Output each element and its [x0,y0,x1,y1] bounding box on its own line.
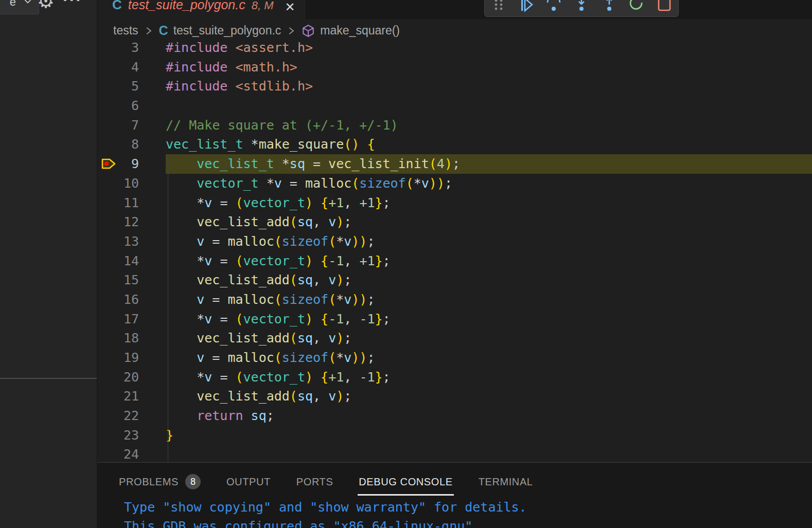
panel-tab-problems[interactable]: PROBLEMS8 [118,464,202,497]
code-text[interactable]: vec_list_add(sq, v); [139,387,351,406]
gear-icon[interactable]: ⚙ [37,0,55,11]
breakpoint-gutter[interactable] [97,329,123,348]
code-line-9[interactable]: 9 vec_list_t *sq = vec_list_init(4); [97,154,812,174]
breakpoint-gutter[interactable] [97,58,123,77]
code-text[interactable]: } [139,426,173,445]
code-text[interactable]: vec_list_add(sq, v); [139,212,351,232]
breakpoint-gutter[interactable] [97,251,123,271]
code-line-8[interactable]: 8vec_list_t *make_square() { [97,135,812,154]
line-number[interactable]: 4 [123,58,139,77]
breakpoint-gutter[interactable] [97,445,123,462]
code-line-22[interactable]: 22 return sq; [97,406,812,426]
code-text[interactable]: return sq; [139,406,274,426]
code-line-12[interactable]: 12 vec_list_add(sq, v); [97,212,812,232]
line-number[interactable]: 23 [123,426,139,445]
code-text[interactable]: #include <stdlib.h> [139,77,313,96]
breakpoint-gutter[interactable] [97,348,123,368]
line-number[interactable]: 20 [123,368,139,387]
breakpoint-gutter[interactable] [97,154,123,174]
close-icon[interactable]: ✕ [285,0,295,14]
code-line-19[interactable]: 19 v = malloc(sizeof(*v)); [97,348,812,368]
line-number[interactable]: 18 [123,329,139,348]
breadcrumb-file[interactable]: test_suite_polygon.c [173,24,281,38]
code-line-5[interactable]: 5#include <stdlib.h> [97,77,812,96]
code-text[interactable]: *v = (vector_t) {-1, -1}; [139,309,391,329]
code-line-17[interactable]: 17 *v = (vector_t) {-1, -1}; [97,309,812,329]
breakpoint-gutter[interactable] [97,309,123,329]
code-text[interactable]: *v = (vector_t) {-1, +1}; [139,251,391,271]
breakpoint-gutter[interactable] [97,232,123,251]
code-text[interactable] [139,96,166,116]
line-number[interactable]: 8 [123,135,139,154]
code-text[interactable]: // Make square at (+/-1, +/-1) [139,116,398,135]
line-number[interactable]: 22 [123,406,139,426]
code-text[interactable]: v = malloc(sizeof(*v)); [139,290,375,309]
breakpoint-gutter[interactable] [97,174,123,193]
code-line-13[interactable]: 13 v = malloc(sizeof(*v)); [97,232,812,251]
panel-tab-debug-console[interactable]: DEBUG CONSOLE [358,466,453,496]
code-line-14[interactable]: 14 *v = (vector_t) {-1, +1}; [97,251,812,271]
breakpoint-gutter[interactable] [97,193,123,213]
code-text[interactable]: *v = (vector_t) {+1, -1}; [139,368,391,387]
code-line-15[interactable]: 15 vec_list_add(sq, v); [97,270,812,290]
code-text[interactable]: *v = (vector_t) {+1, +1}; [139,193,391,213]
line-number[interactable]: 10 [123,174,139,193]
line-number[interactable]: 15 [123,270,139,290]
line-number[interactable]: 14 [123,251,139,271]
breakpoint-gutter[interactable] [97,212,123,232]
code-line-4[interactable]: 4#include <math.h> [97,58,812,77]
breakpoint-gutter[interactable] [97,290,123,309]
panel-tab-terminal[interactable]: TERMINAL [478,466,534,496]
line-number[interactable]: 7 [123,116,139,135]
line-number[interactable]: 11 [123,193,139,213]
line-number[interactable]: 12 [123,212,139,232]
breakpoint-gutter[interactable] [97,135,123,154]
line-number[interactable]: 19 [123,348,139,368]
code-line-18[interactable]: 18 vec_list_add(sq, v); [97,329,812,348]
panel-tab-output[interactable]: OUTPUT [225,466,272,496]
code-text[interactable]: v = malloc(sizeof(*v)); [139,232,375,251]
code-text[interactable]: vector_t *v = malloc(sizeof(*v)); [139,174,452,193]
line-number[interactable]: 9 [123,154,139,174]
code-text[interactable]: v = malloc(sizeof(*v)); [139,348,375,368]
restart-icon[interactable] [629,0,644,13]
breakpoint-gutter[interactable] [97,387,123,406]
tab-test-suite-polygon[interactable]: C test_suite_polygon.c 8, M ✕ [97,0,305,19]
breakpoint-gutter[interactable] [97,270,123,290]
stop-icon[interactable] [657,0,672,13]
line-number[interactable]: 5 [123,77,139,96]
more-actions-icon[interactable]: ··· [63,0,82,8]
code-text[interactable]: vec_list_t *make_square() { [139,135,375,154]
code-line-21[interactable]: 21 vec_list_add(sq, v); [97,387,812,406]
code-line-23[interactable]: 23} [97,426,812,445]
code-text[interactable]: vec_list_add(sq, v); [139,329,351,348]
code-text[interactable]: vec_list_t *sq = vec_list_init(4); [139,154,460,174]
breakpoint-gutter[interactable] [97,96,123,116]
breakpoint-gutter[interactable] [97,77,123,96]
code-line-11[interactable]: 11 *v = (vector_t) {+1, +1}; [97,193,812,213]
code-text[interactable] [139,445,166,462]
code-editor[interactable]: 3#include <assert.h>4#include <math.h>5#… [97,38,812,462]
line-number[interactable]: 13 [123,232,139,251]
continue-icon[interactable] [519,0,534,13]
code-text[interactable]: vec_list_add(sq, v); [139,270,351,290]
code-line-20[interactable]: 20 *v = (vector_t) {+1, -1}; [97,368,812,387]
breadcrumb-folder[interactable]: tests [113,24,138,38]
step-into-icon[interactable] [574,0,589,13]
step-out-icon[interactable] [602,0,617,13]
breakpoint-gutter[interactable] [97,368,123,387]
line-number[interactable]: 6 [123,96,139,116]
debug-config-dropdown[interactable]: e [0,0,39,14]
code-line-24[interactable]: 24 [97,445,812,462]
code-text[interactable]: #include <math.h> [139,58,297,77]
line-number[interactable]: 17 [123,309,139,329]
line-number[interactable]: 24 [123,445,139,462]
code-line-10[interactable]: 10 vector_t *v = malloc(sizeof(*v)); [97,174,812,193]
drag-handle-icon[interactable] [491,0,506,13]
line-number[interactable]: 16 [123,290,139,309]
code-line-7[interactable]: 7// Make square at (+/-1, +/-1) [97,116,812,135]
breadcrumb-symbol[interactable]: make_square() [320,24,400,38]
code-line-16[interactable]: 16 v = malloc(sizeof(*v)); [97,290,812,309]
breakpoint-gutter[interactable] [97,426,123,445]
breakpoint-gutter[interactable] [97,406,123,426]
